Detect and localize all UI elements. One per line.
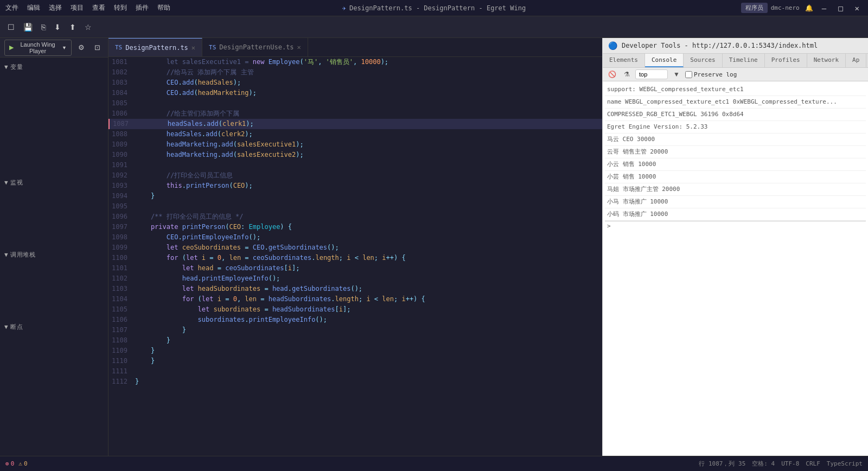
tab-label-1: DesignPattern.ts — [125, 44, 188, 52]
devtools-console[interactable]: support: WEBGL_compressed_texture_etc1 n… — [603, 81, 868, 456]
console-line: 马云 CEO 30000 — [605, 133, 866, 146]
code-editor[interactable]: 1081 let salesExecutive1 = new Employee(… — [108, 57, 602, 456]
dt-tab-elements[interactable]: Elements — [603, 54, 645, 67]
sidebar-run-area: ▶ Launch Wing Player ▼ ⚙ ⊡ — [0, 38, 108, 58]
devtools-title: Developer Tools - http://127.0.0.1:5343/… — [622, 42, 818, 49]
code-line-highlighted: 1087 headSales.add(clerk1); — [108, 119, 602, 129]
sidebar-section-breakpoints[interactable]: ▼ 断点 — [0, 317, 108, 335]
code-line: 1108 } — [108, 335, 602, 346]
preserve-log-checkbox[interactable] — [685, 71, 692, 78]
tab-designpattern[interactable]: TS DesignPattern.ts ✕ — [108, 38, 202, 56]
encoding[interactable]: UTF-8 — [781, 460, 799, 467]
dt-filter-btn[interactable]: ⚗ — [622, 69, 632, 79]
dt-tab-ap[interactable]: Ap — [846, 54, 866, 67]
ts-icon: TS — [115, 44, 122, 51]
code-line: 1102 head.printEmployeeInfo(); — [108, 273, 602, 284]
code-line: 1085 — [108, 98, 602, 109]
menu-goto[interactable]: 转到 — [114, 3, 127, 12]
toolbar-copy[interactable]: ⎘ — [38, 21, 49, 34]
console-line: 小云 销售 10000 — [605, 158, 866, 171]
statusbar-left: ⊗ 0 ⚠ 0 — [5, 460, 28, 467]
code-line: 1084 CEO.add(headMarketing); — [108, 88, 602, 98]
cursor-position[interactable]: 行 1087，列 35 — [699, 460, 745, 468]
callstack-arrow: ▼ — [4, 251, 8, 258]
tab-close-2[interactable]: ✕ — [297, 43, 301, 51]
close-button[interactable]: ✕ — [852, 3, 863, 14]
tab-label-2: DesignPatternUse.ts — [219, 43, 293, 51]
launch-wing-player-button[interactable]: ▶ Launch Wing Player ▼ — [4, 40, 72, 56]
toolbar-new[interactable]: ☐ — [4, 21, 18, 34]
console-input[interactable] — [613, 222, 864, 230]
language-mode[interactable]: TypeScript — [827, 460, 863, 467]
line-ending[interactable]: CRLF — [806, 460, 820, 467]
code-line: 1089 headMarketing.add(salesExecutive1); — [108, 139, 602, 150]
user-info: 程序员 dmc-nero — [741, 3, 800, 13]
warn-icon: ⚠ — [18, 460, 22, 467]
console-line: 小马 市场推广 10000 — [605, 196, 866, 208]
play-icon: ▶ — [9, 44, 14, 51]
code-line: 1104 for (let i = 0, len = headSubordina… — [108, 294, 602, 304]
sidebar-settings-btn[interactable]: ⚙ — [75, 41, 88, 54]
warning-count[interactable]: ⚠ 0 — [18, 460, 27, 467]
code-line: 1090 headMarketing.add(salesExecutive2); — [108, 150, 602, 160]
variables-arrow: ▼ — [4, 63, 8, 71]
menu-edit[interactable]: 编辑 — [27, 3, 40, 12]
dt-tab-network[interactable]: Network — [807, 54, 846, 67]
dt-top-dropdown[interactable]: ▼ — [671, 69, 682, 79]
devtools-titlebar: 🔵 Developer Tools - http://127.0.0.1:534… — [603, 38, 868, 54]
main-toolbar: ☐ 💾 ⎘ ⬇ ⬆ ☆ — [0, 16, 868, 38]
code-line: 1112 } — [108, 377, 602, 387]
code-line: 1100 for (let i = 0, len = ceoSubordinat… — [108, 253, 602, 263]
dt-tab-sources[interactable]: Sources — [684, 54, 722, 67]
console-line: 小码 市场推广 10000 — [605, 208, 866, 221]
dt-tab-timeline[interactable]: Timeline — [723, 54, 765, 67]
code-line: 1093 this.printPerson(CEO); — [108, 181, 602, 191]
error-icon: ⊗ — [5, 460, 9, 467]
wing-icon: ✈ — [342, 4, 346, 12]
dt-tab-profiles[interactable]: Profiles — [765, 54, 807, 67]
devtools-tabs: Elements Console Sources Timeline Profil… — [603, 54, 868, 68]
callstack-label: ▼ 调用堆栈 — [4, 247, 104, 261]
code-line: 1098 CEO.printEmployeeInfo(); — [108, 232, 602, 243]
menu-bar[interactable]: 文件 编辑 选择 项目 查看 转到 插件 帮助 — [5, 3, 170, 12]
console-line: name WEBGL_compressed_texture_etc1 0xWEB… — [605, 96, 866, 109]
toolbar-save[interactable]: 💾 — [20, 21, 36, 34]
dt-clear-btn[interactable]: 🚫 — [606, 69, 618, 79]
menu-select[interactable]: 选择 — [49, 3, 62, 12]
toolbar-up[interactable]: ⬆ — [66, 21, 79, 34]
menu-file[interactable]: 文件 — [5, 3, 18, 12]
console-prompt: > — [605, 221, 866, 231]
sidebar-section-watch[interactable]: ▼ 监视 — [0, 173, 108, 191]
code-line: 1091 — [108, 160, 602, 170]
code-line: 1086 //给主管们添加两个下属 — [108, 109, 602, 119]
watch-label: ▼ 监视 — [4, 175, 104, 189]
dropdown-icon: ▼ — [62, 45, 67, 50]
code-line: 1105 let subordinates = headSubordinates… — [108, 304, 602, 315]
error-count[interactable]: ⊗ 0 — [5, 460, 14, 467]
tab-close-1[interactable]: ✕ — [192, 44, 195, 52]
code-line: 1096 /** 打印全公司员工的信息 */ — [108, 212, 602, 222]
maximize-button[interactable]: □ — [835, 3, 846, 14]
editor-devtools-area: TS DesignPattern.ts ✕ TS DesignPatternUs… — [108, 38, 868, 456]
dt-top-filter[interactable] — [635, 69, 668, 79]
sidebar-section-variables[interactable]: ▼ 变量 — [0, 58, 108, 75]
menu-project[interactable]: 项目 — [71, 3, 84, 12]
console-line: 云哥 销售主管 20000 — [605, 146, 866, 158]
breakpoints-arrow: ▼ — [4, 323, 8, 330]
sidebar-split-btn[interactable]: ⊡ — [91, 41, 104, 54]
editor-container: TS DesignPattern.ts ✕ TS DesignPatternUs… — [108, 38, 602, 456]
console-line: Egret Engine Version: 5.2.33 — [605, 121, 866, 133]
tab-designpatternuse[interactable]: TS DesignPatternUse.ts ✕ — [202, 38, 308, 56]
indentation[interactable]: 空格: 4 — [752, 460, 775, 468]
toolbar-bookmark[interactable]: ☆ — [81, 21, 95, 34]
menu-view[interactable]: 查看 — [92, 3, 105, 12]
toolbar-down[interactable]: ⬇ — [51, 21, 64, 34]
sidebar-section-callstack[interactable]: ▼ 调用堆栈 — [0, 245, 108, 263]
code-line: 1081 let salesExecutive1 = new Employee(… — [108, 57, 602, 67]
devtools-panel: 🔵 Developer Tools - http://127.0.0.1:534… — [602, 38, 868, 456]
menu-help[interactable]: 帮助 — [157, 3, 170, 12]
notification-icon[interactable]: 🔔 — [805, 4, 813, 12]
dt-tab-console[interactable]: Console — [645, 54, 684, 67]
minimize-button[interactable]: — — [819, 3, 829, 14]
menu-plugins[interactable]: 插件 — [136, 3, 149, 12]
